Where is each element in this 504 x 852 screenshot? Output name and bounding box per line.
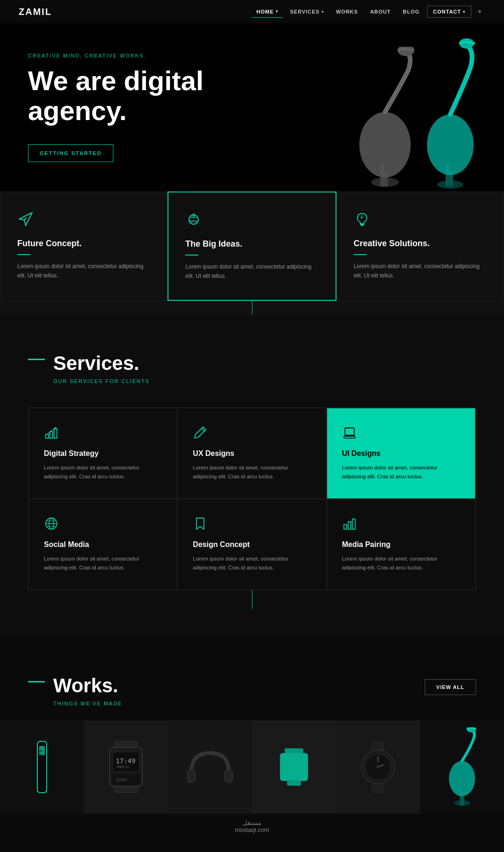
- service-text-5: Lorem ipsum dolor sit amet, consectetur …: [342, 554, 460, 573]
- nav-item-home[interactable]: HOME ▾: [252, 6, 283, 18]
- service-card-5: Media Pairing Lorem ipsum dolor sit amet…: [327, 499, 476, 590]
- service-card-1: UX Designs Lorem ipsum dolor sit amet, c…: [177, 408, 326, 499]
- svg-rect-47: [225, 769, 232, 782]
- feature-underline: [185, 255, 198, 256]
- svg-line-10: [24, 218, 27, 220]
- nav-item-blog[interactable]: BLOG: [398, 6, 424, 17]
- hero-subtitle: CREATIVE MIND, CREATIVE WORKS.: [28, 53, 224, 58]
- svg-rect-18: [46, 434, 49, 438]
- smartband-icon: IT 35: [30, 739, 54, 795]
- works-title-group: Works.: [28, 674, 118, 697]
- nav-item-contact[interactable]: CONTACT ▾: [427, 6, 471, 18]
- service-title-3: Social Media: [44, 540, 162, 549]
- svg-point-8: [427, 114, 474, 175]
- service-title-0: Digital Strategy: [44, 449, 162, 458]
- work-item-4: [336, 720, 420, 814]
- service-text-2: Lorem ipsum dolor sit amet, consectetur …: [342, 463, 460, 482]
- feature-text-1: Lorem ipsum dolor sit amet, consectetur …: [185, 262, 318, 281]
- feature-underline: [354, 254, 367, 255]
- svg-text:ZAMIL: ZAMIL: [116, 777, 128, 782]
- works-subtitle: THINGS WE'VE MADE: [28, 701, 476, 706]
- feature-text-2: Lorem ipsum dolor sit amet, consectetur …: [354, 262, 487, 281]
- work-thumb-smartband: IT 35: [0, 720, 84, 814]
- chart-icon: [44, 425, 59, 440]
- service-title-5: Media Pairing: [342, 540, 460, 549]
- nav-item-about[interactable]: ABOUT: [365, 6, 395, 17]
- hero-section: CREATIVE MIND, CREATIVE WORKS. We are di…: [0, 23, 504, 192]
- svg-rect-31: [344, 525, 347, 529]
- service-title-1: UX Designs: [193, 449, 311, 458]
- teal-bar-icon: [275, 739, 313, 795]
- svg-rect-48: [280, 753, 308, 781]
- logo: ZAMIL: [19, 7, 52, 17]
- section-dash: [28, 681, 45, 682]
- service-text-0: Lorem ipsum dolor sit amet, consectetur …: [44, 463, 162, 482]
- section-connector: [252, 301, 252, 315]
- svg-text:IT: IT: [40, 750, 42, 753]
- feature-title-0: Future Concept.: [17, 239, 150, 248]
- work-thumb-flamingo: [420, 720, 504, 814]
- work-thumb-digital-watch: 17:49 WED 21 ZAMIL: [84, 720, 168, 814]
- svg-rect-52: [372, 784, 384, 793]
- feature-cards: Future Concept. Lorem ipsum dolor sit am…: [0, 192, 504, 301]
- svg-point-61: [449, 761, 475, 796]
- nav-item-services[interactable]: SERVICES ▾: [286, 6, 329, 17]
- service-grid: Digital Strategy Lorem ipsum dolor sit a…: [28, 407, 476, 590]
- nav-menu: HOME ▾ SERVICES ▾ WORKS ABOUT BLOG CONTA…: [252, 5, 485, 18]
- works-section: Works. VIEW ALL THINGS WE'VE MADE IT 35: [0, 637, 504, 814]
- bookmark-icon: [193, 516, 208, 531]
- work-thumb-round-watch: [336, 720, 420, 814]
- digital-watch-icon: 17:49 WED 21 ZAMIL: [103, 739, 149, 795]
- pencil-icon: [193, 425, 208, 440]
- work-item-3: [252, 720, 336, 814]
- svg-rect-32: [348, 522, 351, 529]
- service-card-0: Digital Strategy Lorem ipsum dolor sit a…: [28, 408, 177, 499]
- lightbulb-icon: [354, 211, 371, 227]
- feature-title-1: The Big Ideas.: [185, 239, 318, 249]
- services-section: Services. OUR SERVICES FOR CLIENTS Digit…: [0, 315, 504, 637]
- svg-rect-51: [372, 741, 384, 750]
- chevron-down-icon: ▾: [322, 10, 324, 14]
- hero-title: We are digital agency.: [28, 66, 224, 126]
- feature-section: Future Concept. Lorem ipsum dolor sit am…: [0, 192, 504, 315]
- work-item-0: IT 35: [0, 720, 84, 814]
- hero-cta-button[interactable]: GETTING STARTED: [28, 144, 113, 162]
- nav-item-works[interactable]: WORKS: [331, 6, 363, 17]
- service-text-4: Lorem ipsum dolor sit amet, consectetur …: [193, 554, 311, 573]
- svg-text:17:49: 17:49: [116, 757, 135, 765]
- service-text-3: Lorem ipsum dolor sit amet, consectetur …: [44, 554, 162, 573]
- section-connector-services: [252, 590, 252, 609]
- service-card-2: UI Designs Lorem ipsum dolor sit amet, c…: [327, 408, 476, 499]
- works-gallery: IT 35 17:49 WED 21 ZAMIL: [0, 720, 504, 814]
- section-dash: [28, 359, 45, 360]
- bar-chart-icon: [342, 516, 357, 531]
- watermark-subtext: mostaql.com: [235, 826, 269, 833]
- svg-rect-33: [352, 519, 355, 529]
- flamingo-small-teal-icon: [443, 727, 481, 807]
- work-item-1: 17:49 WED 21 ZAMIL: [84, 720, 168, 814]
- svg-point-3: [359, 112, 411, 178]
- work-thumb-teal-bar: [252, 720, 336, 814]
- watermark: مستقل mostaql.com: [0, 814, 504, 839]
- search-icon[interactable]: ⚬: [474, 5, 485, 18]
- svg-rect-23: [345, 428, 354, 435]
- view-all-button[interactable]: VIEW ALL: [425, 679, 476, 695]
- chevron-down-icon: ▾: [276, 9, 278, 14]
- svg-rect-49: [285, 748, 303, 753]
- services-title: Services.: [53, 352, 140, 375]
- service-title-2: UI Designs: [342, 449, 460, 458]
- works-title: Works.: [53, 674, 118, 697]
- svg-text:35: 35: [40, 753, 42, 756]
- svg-line-22: [202, 428, 204, 431]
- send-icon: [17, 211, 34, 227]
- globe-icon: [44, 516, 59, 531]
- flamingo-teal-icon: [406, 37, 495, 192]
- hero-content: CREATIVE MIND, CREATIVE WORKS. We are di…: [0, 53, 252, 162]
- svg-rect-20: [54, 429, 57, 438]
- svg-rect-46: [188, 769, 195, 782]
- works-header: Works. VIEW ALL: [28, 674, 476, 697]
- navbar: ZAMIL HOME ▾ SERVICES ▾ WORKS ABOUT BLOG…: [0, 0, 504, 23]
- service-card-4: Design Concept Lorem ipsum dolor sit ame…: [177, 499, 326, 590]
- svg-rect-25: [344, 436, 355, 438]
- feature-card-2: Creative Solutions. Lorem ipsum dolor si…: [336, 192, 504, 301]
